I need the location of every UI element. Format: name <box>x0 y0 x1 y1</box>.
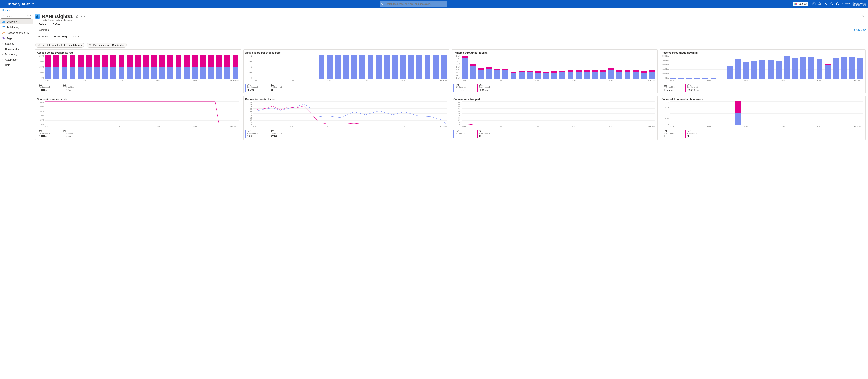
sidebar-search-input[interactable] <box>1 14 31 19</box>
chevron-right-icon: › <box>2 53 3 55</box>
chart-title: Connection success rate <box>37 98 239 101</box>
chart-title: Connections dropped <box>453 98 656 101</box>
top-icon-tray <box>812 2 839 6</box>
copilot-button[interactable]: Copilot <box>793 2 808 6</box>
breadcrumb-home[interactable]: Home <box>2 9 8 12</box>
legend-item: 102RANInsights1580 <box>245 130 263 138</box>
global-search-input[interactable] <box>380 1 447 6</box>
svg-rect-10 <box>3 26 5 27</box>
sidebar-item-automation[interactable]: › Automation <box>0 57 33 62</box>
time-range-pill[interactable]: See data from the last : Last 6 hours <box>35 42 84 48</box>
refresh-button[interactable]: Refresh <box>49 23 61 26</box>
legend-item: 102RANInsights10 <box>453 130 471 138</box>
breadcrumb: Home > <box>0 8 868 13</box>
chart-card[interactable]: Access points availability rate200%150%1… <box>35 50 241 93</box>
global-search[interactable] <box>380 1 447 6</box>
svg-point-14 <box>4 32 4 33</box>
legend-item: 101RANInsights1294 <box>269 130 287 138</box>
granularity-pill[interactable]: Plot data every : 15 minutes <box>87 42 127 48</box>
sidebar-item-configuration[interactable]: › Configuration <box>0 46 33 52</box>
svg-point-0 <box>381 3 383 4</box>
tab-mie-details[interactable]: MIE details <box>35 34 49 40</box>
resource-header: RANInsights1 ☆ ⋯ Radio Access Network In… <box>35 13 866 22</box>
legend-item: 102RANInsights1100% <box>37 84 55 92</box>
chart-area: 21.5010.5002 AM3 AM4 AM5 AM6 AMUTC-07:00 <box>245 55 447 83</box>
cloud-shell-icon[interactable] <box>812 2 815 6</box>
sidebar-item-tags[interactable]: Tags <box>0 35 33 41</box>
essentials-row: ⌄ Essentials JSON View <box>35 27 866 33</box>
svg-point-15 <box>3 38 3 38</box>
collapse-icon[interactable]: « <box>30 14 31 17</box>
chart-card[interactable]: Connection success rate100%80%60%40%20%0… <box>35 96 241 140</box>
chart-card[interactable]: Receive throughput (downlink)500kb/s400k… <box>660 50 866 93</box>
sidebar-item-activity-log[interactable]: Activity log <box>0 25 33 30</box>
svg-point-13 <box>3 32 4 33</box>
chart-legend: 102RANInsights1100%101RANInsights1100% <box>37 83 239 92</box>
menu-icon[interactable] <box>2 3 5 5</box>
settings-icon[interactable] <box>824 2 827 6</box>
notifications-icon[interactable] <box>818 2 822 6</box>
chart-card[interactable]: Connections dropped100908070605040302010… <box>452 96 657 140</box>
legend-item: 101RANInsights11 <box>662 130 679 138</box>
tabs: MIE details Monitoring Geo map <box>35 33 866 40</box>
search-icon <box>381 2 384 6</box>
resource-subtitle: Radio Access Network Insights <box>42 19 86 21</box>
delete-button[interactable]: Delete <box>35 23 46 26</box>
json-view-link[interactable]: JSON View <box>854 29 866 31</box>
chart-title: Receive throughput (downlink) <box>662 51 864 54</box>
chart-card[interactable]: Transmit throughput (uplink)9kb/s8kb/s7k… <box>452 50 657 93</box>
chart-title: Transmit throughput (uplink) <box>453 51 656 54</box>
account-menu[interactable]: chrisqpublic@contoso.c... CONTOSO, LTD. <box>842 2 866 6</box>
sidebar-item-settings[interactable]: › Settings <box>0 41 33 46</box>
chart-legend: 102RANInsights12.2kb/s101RANInsights11.5… <box>453 83 656 92</box>
chart-legend: 102RANInsights1100%101RANInsights1100% <box>37 129 239 138</box>
chart-legend: 101RANInsights11102RANInsights11 <box>662 129 864 138</box>
charts-grid: Access points availability rate200%150%1… <box>35 50 866 140</box>
chart-card[interactable]: Active users per access point21.5010.500… <box>243 50 450 93</box>
portal-brand: Contoso, Ltd. Azure <box>8 2 34 5</box>
top-bar: Contoso, Ltd. Azure Copilot <box>0 0 868 8</box>
svg-point-3 <box>826 3 826 4</box>
sidebar-item-access-control[interactable]: Access control (IAM) <box>0 30 33 35</box>
chart-card[interactable]: Successful connection handovers21.5010.5… <box>660 96 866 140</box>
chevron-right-icon: > <box>9 9 10 12</box>
legend-item: 101RANInsights10 <box>477 130 495 138</box>
chart-area: 21.5010.5002 AM3 AM4 AM5 AM6 AMUTC-07:00 <box>662 101 864 129</box>
favorite-icon[interactable]: ☆ <box>75 13 79 19</box>
tab-monitoring[interactable]: Monitoring <box>53 34 67 40</box>
chart-legend: 102RANInsights1580101RANInsights1294 <box>245 129 447 138</box>
expand-icon[interactable]: ◇ <box>27 14 29 17</box>
chevron-right-icon: › <box>2 64 3 66</box>
svg-line-6 <box>4 17 4 17</box>
chart-area: 10090807060504030201002 AM3 AM4 AM5 AM6 … <box>453 101 656 129</box>
tab-geo-map[interactable]: Geo map <box>72 34 83 40</box>
help-icon[interactable] <box>830 2 833 6</box>
chevron-right-icon: › <box>2 48 3 50</box>
chart-card[interactable]: Connections established50454035302520151… <box>243 96 450 140</box>
copilot-icon <box>795 3 797 5</box>
sidebar-item-help[interactable]: › Help <box>0 62 33 68</box>
legend-item: 102RANInsights10 <box>269 84 287 92</box>
svg-point-5 <box>3 15 4 17</box>
delete-icon <box>35 23 38 26</box>
legend-item: 101RANInsights1100% <box>61 130 78 138</box>
resource-icon <box>35 14 40 19</box>
page-title: RANInsights1 ☆ ⋯ <box>42 14 86 19</box>
main-content: RANInsights1 ☆ ⋯ Radio Access Network In… <box>33 13 868 144</box>
close-icon[interactable]: × <box>861 14 866 19</box>
chart-legend: 101RANInsights11.39102RANInsights10 <box>245 83 447 92</box>
chart-legend: 102RANInsights10101RANInsights10 <box>453 129 656 138</box>
essentials-toggle[interactable]: ⌄ Essentials <box>35 29 49 31</box>
legend-item: 101RANInsights11.39 <box>245 84 263 92</box>
svg-rect-11 <box>3 27 5 27</box>
feedback-icon[interactable] <box>836 2 839 6</box>
legend-item: 101RANInsights11.5kb/s <box>477 84 495 92</box>
sidebar-item-overview[interactable]: Overview <box>0 19 33 25</box>
svg-rect-9 <box>4 21 5 23</box>
chevron-right-icon: › <box>2 42 3 45</box>
sidebar-item-monitoring[interactable]: › Monitoring <box>0 52 33 57</box>
chart-title: Successful connection handovers <box>662 98 864 101</box>
overview-icon <box>2 20 5 23</box>
chart-area: 500kb/s400kb/s300kb/s200kb/s100kb/s0b/s2… <box>662 55 864 83</box>
more-icon[interactable]: ⋯ <box>81 13 86 19</box>
